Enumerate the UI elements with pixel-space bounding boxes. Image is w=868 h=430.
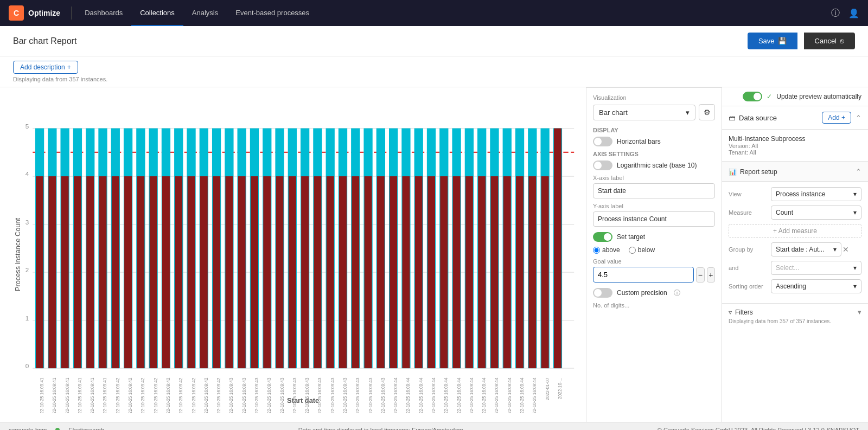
horizontal-bars-toggle[interactable] bbox=[593, 137, 612, 146]
sorting-select[interactable]: Ascending ▾ bbox=[771, 279, 861, 293]
nav-analysis[interactable]: Analysis bbox=[183, 0, 227, 26]
above-below-group: above below bbox=[593, 246, 715, 254]
goal-input[interactable] bbox=[593, 267, 694, 283]
svg-text:2022-10-25 16:09:42: 2022-10-25 16:09:42 bbox=[154, 377, 158, 413]
svg-text:2022-01-07: 2022-01-07 bbox=[545, 377, 550, 400]
y-axis-input[interactable] bbox=[593, 211, 715, 227]
above-radio[interactable]: above bbox=[593, 246, 620, 254]
svg-text:2022-10-25 16:09:44: 2022-10-25 16:09:44 bbox=[469, 377, 474, 413]
database-icon: 🗃 bbox=[729, 114, 736, 122]
x-axis-input[interactable] bbox=[593, 183, 715, 198]
visualization-select[interactable]: Bar chart ▾ bbox=[593, 105, 695, 120]
svg-text:2022-10-25 16:09:44: 2022-10-25 16:09:44 bbox=[406, 377, 411, 413]
goal-row: − + bbox=[593, 267, 715, 283]
nav-event-based[interactable]: Event-based processes bbox=[227, 0, 318, 26]
update-preview-bar: ✓ Update preview automatically bbox=[722, 87, 868, 106]
data-source-title: Data source bbox=[739, 114, 777, 122]
add-description-button[interactable]: Add description + bbox=[13, 61, 78, 74]
settings-button[interactable]: ⚙ bbox=[699, 104, 715, 120]
visualization-select-row: Bar chart ▾ ⚙ bbox=[593, 104, 715, 120]
bar-chart-svg: Process instance Count 0 1 2 3 4 5 bbox=[9, 96, 577, 413]
svg-text:2022-10-25 16:09:43: 2022-10-25 16:09:43 bbox=[305, 377, 310, 413]
sorting-chevron-icon: ▾ bbox=[853, 283, 857, 290]
bar-red-8 bbox=[137, 176, 144, 368]
help-icon[interactable]: ⓘ bbox=[831, 8, 840, 19]
bar-red-6 bbox=[112, 176, 119, 368]
svg-text:2022-10-25 16:09:43: 2022-10-25 16:09:43 bbox=[267, 377, 272, 413]
data-info-text: Displaying data from 357 instances. bbox=[13, 76, 855, 87]
custom-precision-label: Custom precision bbox=[617, 289, 667, 297]
logarithmic-label: Logarithmic scale (base 10) bbox=[617, 162, 697, 169]
set-target-label: Set target bbox=[617, 233, 645, 241]
svg-text:2022-10-25 16:09:44: 2022-10-25 16:09:44 bbox=[444, 377, 449, 413]
bar-red-5 bbox=[99, 176, 107, 368]
data-source-title-row: 🗃 Data source bbox=[729, 114, 777, 122]
add-description-label: Add description bbox=[20, 63, 65, 71]
group-by-value: Start date : Aut... bbox=[776, 246, 833, 253]
svg-text:2022-10-25 16:09:42: 2022-10-25 16:09:42 bbox=[204, 377, 209, 413]
svg-text:2022-10-25 16:09:43: 2022-10-25 16:09:43 bbox=[292, 377, 297, 413]
bar-red-37 bbox=[503, 176, 511, 368]
remove-group-by-button[interactable]: ✕ bbox=[843, 245, 849, 254]
logarithmic-toggle[interactable] bbox=[593, 161, 612, 170]
bar-red-38 bbox=[516, 176, 524, 368]
svg-text:2022-10-...: 2022-10-... bbox=[558, 378, 563, 399]
add-measure-button[interactable]: + Add measure bbox=[729, 224, 861, 238]
filters-header: ▿ Filters ▾ bbox=[729, 308, 861, 316]
collapse-data-source-button[interactable]: ⌃ bbox=[856, 114, 861, 122]
bar-red-13 bbox=[200, 176, 208, 368]
data-source-actions: Add + ⌃ bbox=[822, 112, 861, 124]
group-by-select[interactable]: Start date : Aut... ▾ bbox=[771, 242, 841, 256]
user-icon[interactable]: 👤 bbox=[848, 8, 859, 18]
visualization-selected: Bar chart bbox=[599, 108, 628, 117]
view-select[interactable]: Process instance ▾ bbox=[771, 187, 861, 201]
nav-dashboards[interactable]: Dashboards bbox=[76, 0, 131, 26]
and-select[interactable]: Select... ▾ bbox=[771, 261, 861, 275]
bar-red-4 bbox=[86, 176, 94, 368]
top-navigation: C Optimize Dashboards Collections Analys… bbox=[0, 0, 868, 26]
svg-text:2022-10-25 16:09:43: 2022-10-25 16:09:43 bbox=[242, 377, 247, 413]
bar-red-15 bbox=[225, 176, 233, 368]
svg-text:2022-10-25 16:09:41: 2022-10-25 16:09:41 bbox=[90, 377, 95, 413]
source-version: Version: All bbox=[729, 143, 861, 149]
below-radio[interactable]: below bbox=[629, 246, 655, 254]
update-preview-toggle[interactable] bbox=[743, 92, 762, 101]
cancel-label: Cancel bbox=[815, 37, 837, 45]
view-chevron-icon: ▾ bbox=[853, 190, 857, 198]
and-row: and Select... ▾ bbox=[729, 261, 861, 275]
svg-text:2022-10-25 16:09:44: 2022-10-25 16:09:44 bbox=[507, 377, 512, 413]
custom-precision-toggle[interactable] bbox=[593, 288, 612, 298]
timezone-note: Date and time displayed in local timezon… bbox=[298, 427, 463, 431]
bar-red-12 bbox=[188, 176, 195, 368]
svg-text:2022-10-25 16:09:43: 2022-10-25 16:09:43 bbox=[368, 377, 373, 413]
bar-red-23 bbox=[327, 176, 334, 368]
goal-increment-button[interactable]: + bbox=[707, 267, 716, 283]
goal-decrement-button[interactable]: − bbox=[696, 267, 705, 283]
svg-text:2022-10-25 16:09:41: 2022-10-25 16:09:41 bbox=[65, 377, 70, 413]
bar-red-20 bbox=[289, 176, 296, 368]
y-tick-5: 5 bbox=[25, 123, 29, 130]
save-button[interactable]: Save 💾 bbox=[748, 33, 797, 49]
svg-text:2022-10-25 16:09:43: 2022-10-25 16:09:43 bbox=[229, 377, 234, 413]
cancel-button[interactable]: Cancel ⎋ bbox=[804, 33, 855, 49]
bar-red-26 bbox=[365, 176, 372, 368]
add-source-button[interactable]: Add + bbox=[822, 112, 851, 124]
collapse-report-setup-button[interactable]: ⌃ bbox=[856, 168, 861, 176]
sorting-value: Ascending bbox=[776, 283, 853, 290]
bar-red-3 bbox=[74, 176, 81, 368]
set-target-row: Set target bbox=[593, 232, 715, 242]
measure-row: Measure Count ▾ bbox=[729, 206, 861, 220]
set-target-toggle[interactable] bbox=[593, 232, 612, 242]
bar-red-1 bbox=[48, 176, 56, 368]
nav-collections[interactable]: Collections bbox=[131, 0, 183, 26]
main-layout: Process instance Count 0 1 2 3 4 5 bbox=[0, 87, 868, 422]
app-logo: C Optimize bbox=[9, 5, 60, 21]
svg-text:2022-10-25 16:09:43: 2022-10-25 16:09:43 bbox=[355, 377, 360, 413]
svg-text:2022-10-25 16:09:42: 2022-10-25 16:09:42 bbox=[116, 377, 120, 413]
bottom-left: camunda-bpm Elasticsearch bbox=[9, 427, 104, 431]
svg-text:2022-10-25 16:09:42: 2022-10-25 16:09:42 bbox=[141, 377, 145, 413]
bar-red-30 bbox=[415, 176, 423, 368]
report-title-input[interactable] bbox=[13, 36, 741, 46]
collapse-filters-button[interactable]: ▾ bbox=[858, 308, 861, 316]
measure-select[interactable]: Count ▾ bbox=[771, 206, 861, 220]
